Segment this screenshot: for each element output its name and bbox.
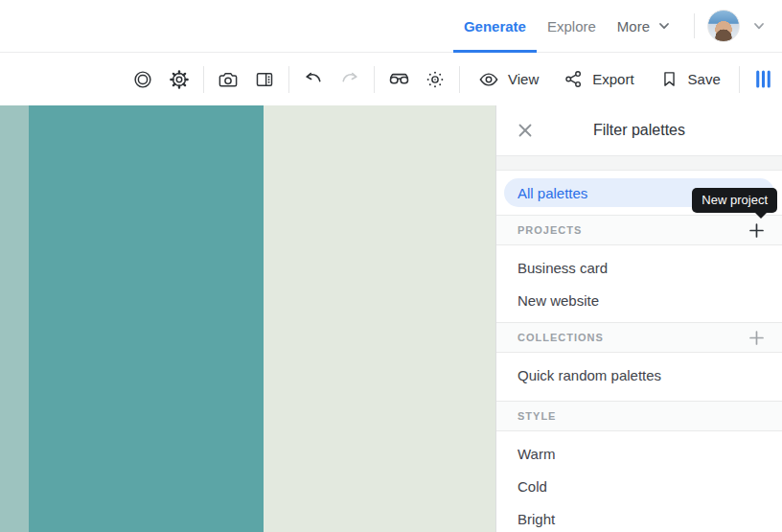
new-project-button[interactable] [746, 220, 767, 241]
eye-icon [478, 69, 499, 90]
view-button[interactable]: View [466, 61, 551, 98]
projects-label: PROJECTS [518, 224, 582, 236]
toolbar-divider [739, 66, 740, 93]
toolbar-divider [459, 66, 460, 93]
redo-button[interactable] [332, 61, 368, 98]
user-avatar[interactable] [707, 10, 740, 42]
toolbar-right-group: View Export [453, 61, 782, 98]
nav-divider [694, 13, 695, 38]
sun-icon [425, 69, 446, 90]
palette-toolbar: View Export [0, 53, 782, 105]
new-collection-button[interactable] [746, 327, 767, 348]
nav-more[interactable]: More [607, 0, 681, 53]
glasses-icon [388, 68, 410, 90]
save-label: Save [688, 71, 721, 87]
lens-icon [132, 69, 153, 90]
palette-column-teal[interactable] [29, 105, 264, 532]
chevron-down-icon [657, 19, 671, 33]
toolbar-divider [203, 66, 204, 93]
colorblind-button[interactable] [380, 61, 417, 98]
share-icon [564, 69, 584, 89]
export-button[interactable]: Export [551, 61, 646, 98]
top-nav: Generate Explore More [0, 0, 782, 53]
gear-icon [169, 69, 190, 90]
style-item-cold[interactable]: Cold [496, 470, 782, 502]
columns-view-button[interactable] [746, 61, 782, 98]
panel-scroll-edge [496, 156, 782, 171]
view-label: View [508, 71, 539, 87]
camera-icon [218, 69, 239, 90]
brightness-button[interactable] [417, 61, 453, 98]
toolbar-divider [288, 66, 289, 93]
projects-section-header: PROJECTS [496, 215, 782, 245]
style-item-bright[interactable]: Bright [496, 502, 782, 532]
export-label: Export [592, 71, 633, 87]
palette-column-mint[interactable] [264, 105, 495, 532]
style-item-warm[interactable]: Warm [496, 437, 782, 470]
nav-generate[interactable]: Generate [453, 0, 537, 53]
undo-icon [303, 69, 324, 90]
collection-item[interactable]: Quick random palettes [496, 359, 782, 391]
palette-column-partial[interactable] [0, 105, 29, 532]
columns-icon [752, 68, 774, 90]
close-icon [517, 122, 534, 139]
bookmark-icon [659, 69, 679, 89]
account-chevron-down-icon[interactable] [751, 18, 767, 34]
collections-section-header: COLLECTIONS [496, 322, 782, 353]
panel-title: Filter palettes [593, 122, 685, 139]
nav-explore[interactable]: Explore [537, 0, 607, 53]
layout-button[interactable] [246, 61, 283, 98]
filter-palettes-panel: Filter palettes All palettes New project… [495, 105, 782, 532]
collections-list: Quick random palettes [496, 353, 782, 397]
projects-list: Business card New website [496, 245, 782, 322]
redo-icon [339, 69, 360, 90]
project-item[interactable]: New website [496, 284, 782, 316]
panel-header: Filter palettes [496, 105, 782, 156]
settings-button[interactable] [161, 61, 197, 98]
plus-icon [748, 330, 765, 346]
collections-label: COLLECTIONS [518, 332, 604, 343]
save-button[interactable]: Save [647, 61, 733, 98]
new-project-tooltip: New project [692, 188, 777, 213]
nav-more-label: More [617, 18, 650, 35]
coolors-app: Generate Explore More [0, 0, 782, 532]
undo-button[interactable] [295, 61, 332, 98]
style-label: STYLE [518, 410, 556, 422]
isolate-colors-button[interactable] [125, 61, 161, 98]
close-panel-button[interactable] [515, 120, 536, 141]
toolbar-divider [374, 66, 375, 93]
style-list: Warm Cold Bright [496, 431, 782, 532]
camera-button[interactable] [210, 61, 246, 98]
style-section-header: STYLE [496, 401, 782, 431]
project-item[interactable]: Business card [496, 251, 782, 284]
layout-panel-icon [254, 69, 275, 90]
plus-icon [748, 222, 765, 239]
